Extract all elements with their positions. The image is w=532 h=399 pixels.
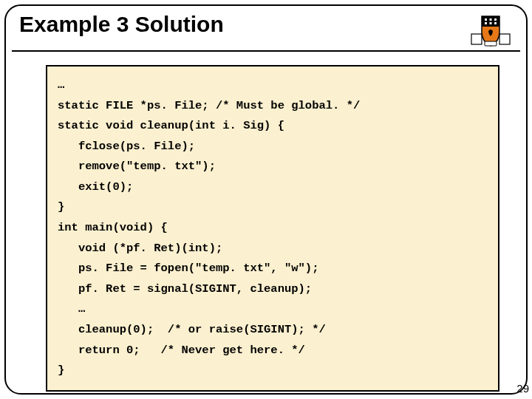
code-line: … (58, 299, 488, 320)
code-line: … (58, 75, 488, 96)
svg-rect-4 (494, 18, 497, 21)
code-line: ps. File = fopen("temp. txt", "w"); (58, 259, 488, 279)
code-line: static FILE *ps. File; /* Must be global… (58, 96, 488, 117)
code-line: } (58, 361, 488, 381)
princeton-shield-icon (468, 12, 513, 47)
svg-rect-6 (490, 22, 492, 24)
svg-rect-8 (485, 41, 497, 46)
slide-frame: Example 3 Solution … static FILE *ps. Fi… (4, 4, 528, 395)
page-number: 29 (516, 382, 529, 395)
code-line: pf. Ret = signal(SIGINT, cleanup); (58, 279, 488, 300)
title-underline (12, 50, 520, 52)
svg-rect-3 (490, 18, 492, 21)
svg-rect-7 (494, 22, 497, 24)
code-line: static void cleanup(int i. Sig) { (58, 116, 488, 137)
code-line: void (*pf. Ret)(int); (58, 239, 488, 259)
code-line: cleanup(0); /* or raise(SIGINT); */ (58, 320, 488, 341)
code-line: exit(0); (58, 177, 488, 198)
code-line: int main(void) { (58, 218, 488, 239)
svg-rect-1 (499, 34, 510, 44)
slide-title: Example 3 Solution (19, 12, 224, 37)
svg-rect-5 (485, 22, 487, 24)
code-line: } (58, 197, 488, 218)
code-line: fclose(ps. File); (58, 137, 488, 157)
code-line: return 0; /* Never get here. */ (58, 341, 488, 361)
code-line: remove("temp. txt"); (58, 157, 488, 177)
svg-rect-2 (485, 18, 487, 21)
code-box: … static FILE *ps. File; /* Must be glob… (46, 65, 499, 392)
svg-rect-0 (471, 34, 482, 44)
title-row: Example 3 Solution (6, 6, 526, 50)
